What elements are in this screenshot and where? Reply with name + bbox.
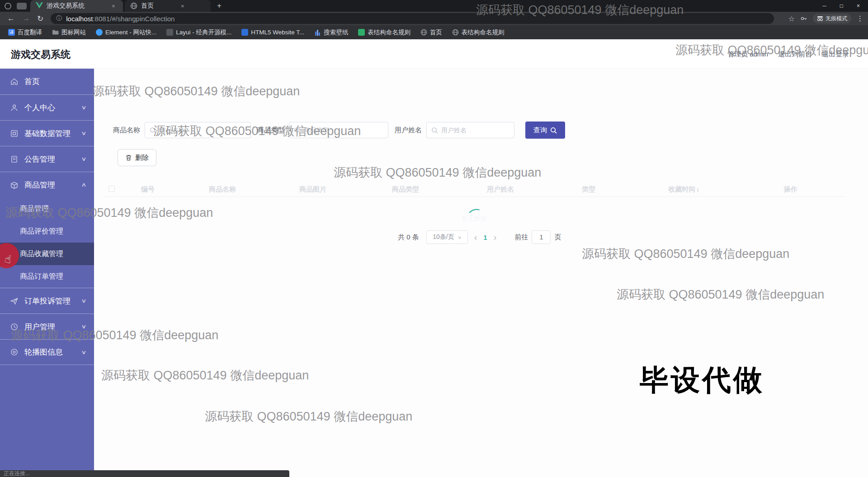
next-page-button[interactable]: › [494, 232, 497, 243]
bookmark-label: 表结构命名规则 [368, 28, 410, 37]
chevron-down-icon: ∨ [81, 349, 86, 355]
notice-icon [10, 155, 19, 164]
address-bar[interactable]: ⓘ localhost:8081/#/shangpinCollection [51, 13, 774, 24]
incognito-label: 无痕模式 [826, 15, 847, 23]
browser-square-icon[interactable] [17, 3, 27, 9]
bookmark-item[interactable]: 译 百度翻译 [5, 28, 46, 37]
globe-bookmark-icon [420, 29, 427, 36]
current-page[interactable]: 1 [483, 234, 487, 241]
browser-menu-icon[interactable]: ⋮ [857, 14, 863, 23]
chevron-down-icon: ∨ [81, 156, 86, 162]
site-info-icon[interactable]: ⓘ [56, 14, 62, 23]
reload-button[interactable]: ↻ [37, 14, 43, 23]
sidebar-item-基础数据管理[interactable]: 基础数据管理 ∨ [0, 120, 94, 146]
url-host: localhost [66, 15, 93, 23]
header-link[interactable]: 退出登录 [822, 50, 849, 59]
sidebar-item-用户管理[interactable]: 用户管理 ∨ [0, 313, 94, 339]
product-type-input[interactable] [289, 122, 388, 138]
image-icon [10, 348, 19, 356]
delete-button[interactable]: 删除 [118, 149, 156, 166]
sidebar-item-订单投诉管理[interactable]: 订单投诉管理 ∨ [0, 288, 94, 313]
square-bookmark-icon [358, 29, 365, 36]
search-icon [294, 127, 301, 134]
circle-bookmark-icon [96, 29, 103, 36]
table-column-header[interactable]: 商品图片 [270, 185, 356, 194]
bookmark-item[interactable]: 表结构命名规则 [354, 28, 414, 37]
page-size-select[interactable]: 10条/页 ∨ [426, 230, 468, 244]
pagination: 共 0 条 10条/页 ∨ ‹ 1 › 前往 页 [398, 230, 561, 244]
user-icon [10, 103, 19, 112]
bookmark-label: 图标网站 [61, 28, 86, 37]
bookmark-item[interactable]: 首页 [417, 28, 446, 37]
square-bookmark-icon [166, 29, 173, 36]
tab-title: 游戏交易系统 [47, 2, 85, 10]
window-minimize-button[interactable]: ─ [822, 3, 826, 9]
chevron-down-icon: ∨ [81, 104, 86, 111]
bookmark-item[interactable]: Element - 网站快... [92, 28, 160, 37]
table-column-header[interactable]: 类型 [546, 185, 632, 194]
total-count: 共 0 条 [398, 233, 419, 242]
browser-status-bar: 正在连接... [0, 470, 289, 477]
sidebar-item-轮播图信息[interactable]: 轮播图信息 ∨ [0, 339, 94, 365]
bookmark-item[interactable]: HTML5 Website T... [238, 28, 308, 37]
bookmarks-bar: 译 百度翻译 图标网站 Element - 网站快... Layui - 经典开… [0, 25, 868, 39]
sidebar-item-商品管理[interactable]: 商品管理 [0, 197, 94, 220]
bookmark-item[interactable]: Layui - 经典开源模... [163, 28, 235, 37]
sidebar: 首页 个人中心 ∨ 基础数据管理 ∨ 公告管理 ∨ 商品管理 ∧ 商品管理 商品… [0, 69, 94, 470]
table-header-row: 编号商品名称商品图片商品类型用户姓名类型收藏时间▴▾操作 [103, 182, 845, 197]
header-link[interactable]: 管理员 admin [727, 50, 768, 59]
table-column-header[interactable]: 商品名称 [175, 185, 270, 194]
bookmark-item[interactable]: 图标网站 [48, 28, 90, 37]
sidebar-item-商品订单管理[interactable]: 商品订单管理 [0, 265, 94, 288]
prev-page-button[interactable]: ‹ [474, 232, 477, 243]
globe-bookmark-icon [452, 29, 459, 36]
goto-label: 前往 [514, 233, 528, 242]
query-button[interactable]: 查询 [525, 122, 565, 139]
back-button[interactable]: ← [7, 14, 15, 23]
tab-game-system[interactable]: 游戏交易系统 × [30, 0, 123, 12]
sidebar-item-公告管理[interactable]: 公告管理 ∨ [0, 146, 94, 172]
table-column-header[interactable]: 商品类型 [356, 185, 455, 194]
bookmark-item[interactable]: 搜索壁纸 [311, 28, 352, 37]
table-column-header[interactable]: 收藏时间▴▾ [632, 185, 736, 194]
data-table: 编号商品名称商品图片商品类型用户姓名类型收藏时间▴▾操作 暂无数据 [103, 182, 845, 234]
window-close-button[interactable]: × [857, 3, 860, 9]
bookmark-item[interactable]: 表结构命名规则 [448, 28, 508, 37]
header-link[interactable]: 退出到前台 [778, 50, 812, 59]
tab-close-icon[interactable]: × [181, 3, 184, 9]
new-tab-button[interactable]: + [217, 1, 222, 10]
sidebar-item-商品评价管理[interactable]: 商品评价管理 [0, 220, 94, 243]
select-all-checkbox[interactable] [108, 186, 115, 192]
loading-arc-icon [467, 207, 481, 214]
field-label: 商品类型 [257, 126, 284, 135]
table-column-header[interactable]: 用户姓名 [455, 185, 546, 194]
forward-button[interactable]: → [22, 14, 30, 23]
tab-close-icon[interactable]: × [112, 3, 115, 9]
tab-home[interactable]: 首页 × [125, 0, 211, 12]
table-column-header[interactable] [103, 186, 121, 193]
bars-bookmark-icon [314, 29, 321, 36]
bookmark-label: 表结构命名规则 [462, 28, 505, 37]
goto-page-input[interactable] [532, 230, 551, 244]
user-name-input[interactable] [426, 122, 514, 138]
home-icon [10, 77, 19, 86]
key-icon[interactable] [800, 15, 807, 22]
sidebar-item-首页[interactable]: 首页 [0, 69, 94, 94]
sidebar-item-个人中心[interactable]: 个人中心 ∨ [0, 94, 94, 120]
ad-badge: 毕设代做 [640, 360, 764, 400]
chevron-down-icon: ∨ [457, 235, 462, 240]
incognito-badge: 无痕模式 [813, 14, 851, 23]
sidebar-item-商品管理[interactable]: 商品管理 ∧ [0, 172, 94, 197]
grid-icon [10, 129, 19, 138]
table-column-header[interactable]: 编号 [121, 185, 175, 194]
search-icon [150, 127, 156, 134]
chevron-up-icon: ∧ [81, 182, 86, 188]
bookmark-star-icon[interactable]: ☆ [788, 14, 795, 23]
product-name-input[interactable] [145, 122, 251, 138]
window-maximize-button[interactable]: □ [840, 3, 843, 9]
url-path: :8081/#/shangpinCollection [93, 15, 175, 23]
table-column-header[interactable]: 操作 [736, 185, 845, 194]
browser-circle-icon[interactable] [5, 3, 11, 9]
goto-suffix: 页 [554, 233, 561, 242]
table-empty-state: 暂无数据 [103, 197, 845, 234]
